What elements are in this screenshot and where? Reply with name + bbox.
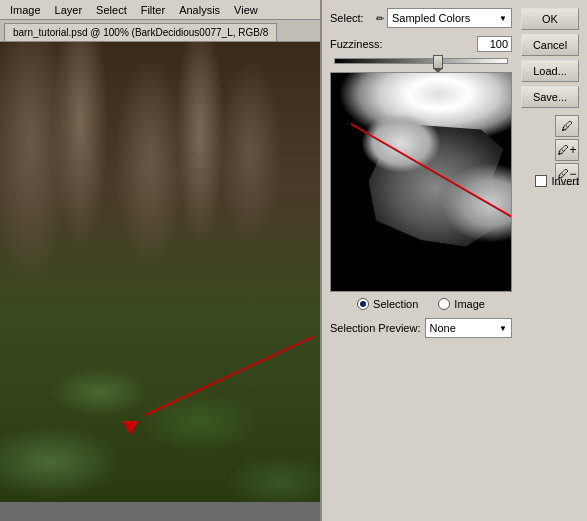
radio-row: Selection Image xyxy=(330,298,512,310)
ok-button[interactable]: OK xyxy=(521,8,579,30)
menu-filter[interactable]: Filter xyxy=(135,2,171,18)
load-button[interactable]: Load... xyxy=(521,60,579,82)
tree-roots-background xyxy=(0,42,320,502)
eyedropper-add-button[interactable]: 🖊+ xyxy=(555,139,579,161)
eyedropper-button[interactable]: 🖊 xyxy=(555,115,579,137)
document-tab[interactable]: barn_tutorial.psd @ 100% (BarkDecidious0… xyxy=(4,23,277,41)
preview-dropdown-value: None xyxy=(430,322,456,334)
menu-analysis[interactable]: Analysis xyxy=(173,2,226,18)
menu-bar: Image Layer Select Filter Analysis View xyxy=(0,0,320,20)
invert-label: Invert xyxy=(551,175,579,187)
radio-image-circle xyxy=(438,298,450,310)
select-dropdown-value: Sampled Colors xyxy=(392,12,470,24)
radio-image-label: Image xyxy=(454,298,485,310)
color-range-dialog: OK Cancel Load... Save... 🖊 🖊+ 🖊− Invert… xyxy=(320,0,587,521)
fuzziness-label: Fuzziness: xyxy=(330,38,390,50)
menu-image[interactable]: Image xyxy=(4,2,47,18)
invert-row: Invert xyxy=(535,175,579,187)
menu-view[interactable]: View xyxy=(228,2,264,18)
menu-layer[interactable]: Layer xyxy=(49,2,89,18)
fuzziness-slider-thumb[interactable] xyxy=(433,55,443,69)
fuzziness-input[interactable] xyxy=(477,36,512,52)
eyedropper-icon: 🖊 xyxy=(561,119,573,133)
preview-dropdown[interactable]: None ▼ xyxy=(425,318,513,338)
canvas-image xyxy=(0,42,320,502)
radio-selection-option[interactable]: Selection xyxy=(357,298,418,310)
radio-selection-circle xyxy=(357,298,369,310)
preview-content xyxy=(331,73,511,291)
dropdown-arrow-icon: ▼ xyxy=(499,14,507,23)
eyedropper-add-icon: 🖊+ xyxy=(557,143,576,157)
radio-image-option[interactable]: Image xyxy=(438,298,485,310)
dialog-buttons: OK Cancel Load... Save... xyxy=(521,8,579,108)
preview-area xyxy=(330,72,512,292)
select-eyedropper-icon: ✏ xyxy=(376,13,384,24)
fuzziness-row: Fuzziness: xyxy=(330,36,512,52)
select-row: Select: ✏ Sampled Colors ▼ xyxy=(330,8,512,28)
menu-select[interactable]: Select xyxy=(90,2,133,18)
preview-text-label: Selection Preview: xyxy=(330,322,421,334)
selection-preview-row: Selection Preview: None ▼ xyxy=(330,318,512,338)
fuzziness-slider-track xyxy=(334,58,508,64)
tab-bar: barn_tutorial.psd @ 100% (BarkDecidious0… xyxy=(0,20,320,42)
select-label: Select: xyxy=(330,12,372,24)
cancel-button[interactable]: Cancel xyxy=(521,34,579,56)
save-button[interactable]: Save... xyxy=(521,86,579,108)
canvas-area xyxy=(0,42,320,521)
fuzziness-slider-container xyxy=(330,58,512,64)
preview-white-spots xyxy=(341,103,512,273)
select-dropdown[interactable]: Sampled Colors ▼ xyxy=(387,8,512,28)
invert-checkbox[interactable] xyxy=(535,175,547,187)
preview-dropdown-arrow-icon: ▼ xyxy=(499,324,507,333)
radio-selection-label: Selection xyxy=(373,298,418,310)
